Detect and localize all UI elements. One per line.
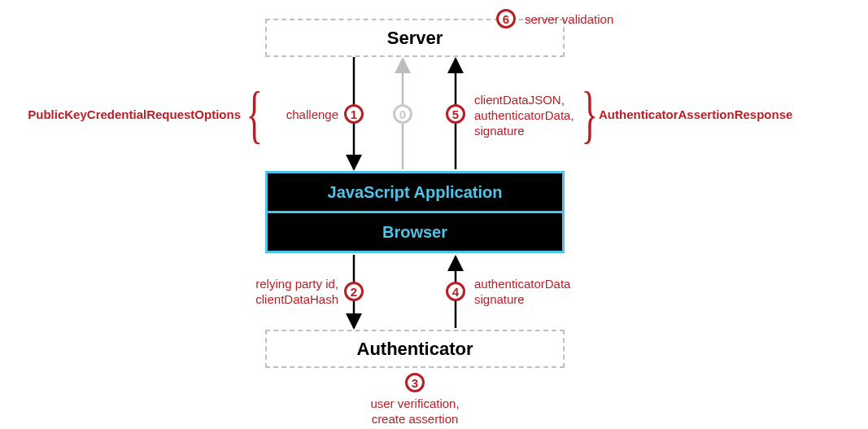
step-number-4: 4: [452, 285, 459, 299]
server-label: Server: [387, 28, 443, 49]
step-badge-1: 1: [344, 104, 364, 124]
step4-label-b: signature: [474, 292, 525, 306]
step4-labels: authenticatorData signature: [474, 277, 613, 308]
step-badge-2: 2: [344, 282, 364, 301]
step2-label-b: clientDataHash: [255, 292, 338, 306]
browser-box: Browser: [265, 211, 565, 253]
step3-label-b: create assertion: [372, 412, 459, 426]
server-box: Server: [265, 19, 565, 57]
step-number-6: 6: [503, 12, 509, 26]
step2-labels: relying party id, clientDataHash: [218, 277, 338, 308]
step-badge-4: 4: [446, 282, 465, 301]
right-brace-label: AuthenticatorAssertionResponse: [599, 107, 867, 123]
js-application-label: JavaScript Application: [328, 183, 503, 202]
js-application-box: JavaScript Application: [265, 171, 565, 213]
step-badge-5: 5: [446, 104, 465, 124]
step3-labels: user verification, create assertion: [334, 396, 496, 427]
step-number-2: 2: [351, 285, 357, 299]
step-number-5: 5: [452, 107, 459, 121]
step4-label-a: authenticatorData: [474, 277, 570, 291]
step5-labels: clientDataJSON, authenticatorData, signa…: [474, 93, 596, 138]
authenticator-box: Authenticator: [265, 330, 565, 368]
diagram-stage: Server JavaScript Application Browser Au…: [0, 0, 868, 429]
step6-label: server validation: [525, 12, 687, 28]
step-badge-6: 6: [496, 9, 516, 28]
step-number-1: 1: [351, 107, 357, 121]
browser-label: Browser: [382, 223, 447, 242]
step3-label-a: user verification,: [370, 396, 459, 410]
authenticator-label: Authenticator: [357, 339, 473, 360]
step-number-3: 3: [412, 376, 418, 390]
step5-label-a: clientDataJSON,: [474, 93, 565, 107]
step5-label-c: signature: [474, 124, 525, 138]
step5-label-b: authenticatorData,: [474, 108, 574, 122]
step2-label-a: relying party id,: [255, 277, 338, 291]
step-badge-3: 3: [405, 373, 425, 392]
left-brace-label: PublicKeyCredentialRequestOptions: [0, 107, 241, 123]
step-number-0: 0: [399, 107, 406, 121]
step1-label: challenge: [244, 107, 338, 123]
step-badge-0: 0: [393, 104, 412, 124]
